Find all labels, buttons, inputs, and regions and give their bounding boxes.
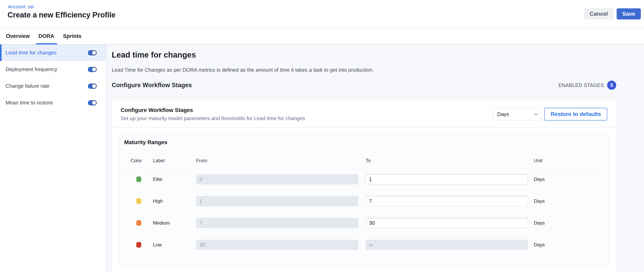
sidebar-item-label: Lead time for changes	[6, 50, 88, 56]
maturity-ranges-card: Maturity Ranges Color Label From To Unit…	[119, 133, 609, 266]
enabled-stages-count-badge: 5	[607, 81, 616, 90]
tab-overview[interactable]: Overview	[3, 28, 32, 44]
toggle-knob	[92, 100, 96, 105]
table-row-medium: Medium Days	[119, 212, 604, 234]
toggle-knob	[92, 67, 96, 72]
page-header: Account: sei Create a new Efficiency Pro…	[0, 0, 644, 28]
enabled-stages-label: ENABLED STAGES	[558, 82, 604, 88]
card-header: Configure Workflow Stages Set up your ma…	[112, 100, 616, 127]
column-header-label: Label	[153, 158, 196, 163]
color-swatch	[136, 242, 141, 247]
sidebar-item-label: Change failure rate	[6, 83, 88, 89]
unit-label: Days	[534, 198, 604, 204]
table-row-low: Low Days	[119, 234, 604, 256]
range-label: High	[153, 198, 196, 204]
sidebar-item-change-failure-rate[interactable]: Change failure rate	[0, 78, 106, 95]
restore-to-defaults-button[interactable]: Restore to defaults	[544, 108, 607, 121]
maturity-table-header: Color Label From To Unit	[119, 158, 604, 168]
column-header-to: To	[366, 158, 534, 163]
to-input	[366, 240, 528, 250]
metric-description: Lead Time for Changes as per DORA metric…	[112, 66, 616, 74]
section-heading: Configure Workflow Stages	[112, 82, 192, 89]
table-row-elite: Elite Days	[119, 168, 604, 190]
sidebar-item-label: Mean time to restore	[6, 100, 88, 106]
from-input	[196, 174, 358, 184]
toggle-change-failure-rate[interactable]	[88, 84, 96, 89]
page-title: Create a new Efficiency Profile	[8, 11, 116, 19]
to-input[interactable]	[366, 218, 528, 228]
metric-sidebar: Lead time for changes Deployment frequen…	[0, 45, 106, 271]
sidebar-item-lead-time-for-changes[interactable]: Lead time for changes	[0, 45, 106, 61]
range-label: Low	[153, 242, 196, 247]
unit-select[interactable]: Days	[493, 108, 541, 121]
card-subtitle: Set up your maturity model parameters an…	[121, 115, 305, 122]
to-input[interactable]	[366, 196, 528, 206]
toggle-deployment-frequency[interactable]	[88, 67, 96, 72]
color-swatch	[136, 176, 141, 182]
range-label: Elite	[153, 176, 196, 182]
main-panel: Lead time for changes Lead Time for Chan…	[106, 45, 644, 271]
sidebar-item-label: Deployment frequency	[6, 66, 88, 73]
tab-sprints[interactable]: Sprints	[60, 28, 84, 44]
unit-label: Days	[534, 220, 604, 226]
unit-select-value: Days	[497, 111, 509, 117]
tab-bar: OverviewDORASprints	[0, 28, 644, 45]
toggle-knob	[92, 50, 96, 55]
maturity-ranges-title: Maturity Ranges	[119, 134, 609, 146]
sidebar-item-deployment-frequency[interactable]: Deployment frequency	[0, 61, 106, 78]
workflow-stages-card: Configure Workflow Stages Set up your ma…	[112, 100, 616, 271]
save-button[interactable]: Save	[616, 8, 641, 20]
maturity-table-body: Elite Days High Days Medium	[119, 168, 609, 256]
color-swatch	[136, 220, 141, 226]
color-swatch	[136, 198, 141, 204]
column-header-from: From	[196, 158, 366, 163]
unit-label: Days	[534, 176, 604, 182]
toggle-mean-time-to-restore[interactable]	[88, 100, 96, 105]
toggle-knob	[92, 84, 96, 89]
unit-label: Days	[534, 242, 604, 247]
from-input	[196, 218, 358, 228]
card-controls: Days Restore to defaults	[493, 108, 607, 121]
section-row: Configure Workflow Stages ENABLED STAGES…	[112, 81, 616, 90]
enabled-stages: ENABLED STAGES 5	[558, 81, 616, 90]
from-input	[196, 240, 358, 250]
table-row-high: High Days	[119, 190, 604, 212]
card-title: Configure Workflow Stages	[121, 107, 305, 113]
header-actions: Cancel Save	[584, 8, 641, 20]
column-header-unit: Unit	[534, 158, 604, 163]
metric-title: Lead time for changes	[112, 50, 616, 60]
to-input[interactable]	[366, 174, 528, 184]
chevron-down-icon	[534, 112, 538, 116]
cancel-button[interactable]: Cancel	[584, 8, 614, 20]
sidebar-item-mean-time-to-restore[interactable]: Mean time to restore	[0, 95, 106, 111]
from-input	[196, 196, 358, 206]
column-header-color: Color	[130, 158, 153, 163]
account-breadcrumb-link[interactable]: Account: sei	[8, 4, 34, 10]
range-label: Medium	[153, 220, 196, 226]
toggle-lead-time-for-changes[interactable]	[88, 50, 96, 55]
content-area: Lead time for changes Deployment frequen…	[0, 45, 644, 271]
tab-dora[interactable]: DORA	[36, 28, 57, 44]
